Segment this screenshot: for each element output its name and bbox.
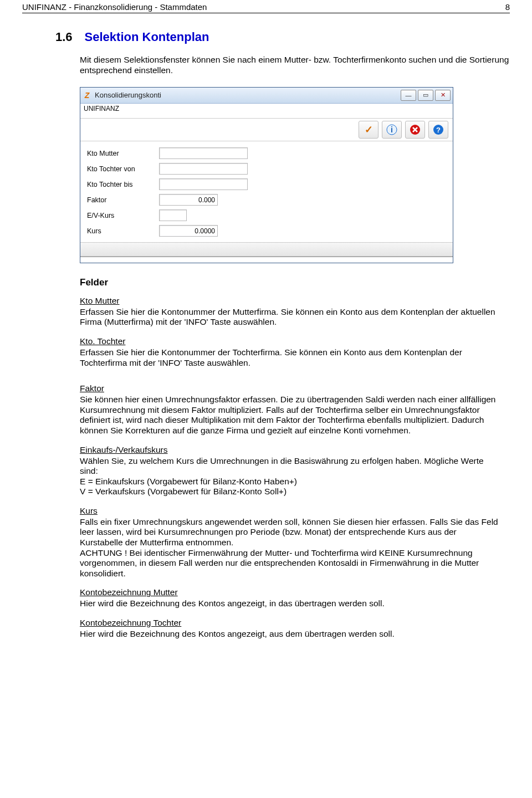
cancel-button[interactable]	[405, 121, 425, 139]
field-title: Kontobezeichnung Tochter	[80, 618, 501, 628]
field-text: Wählen Sie, zu welchem Kurs die Umrechnu…	[80, 456, 484, 497]
help-button[interactable]: ?	[428, 121, 448, 139]
field-text: Hier wird die Bezeichnung des Kontos ang…	[80, 629, 395, 638]
label-faktor: Faktor	[87, 196, 159, 204]
field-kbez-tochter: Kontobezeichnung Tochter Hier wird die B…	[80, 618, 501, 640]
window-title: Konsolidierungskonti	[95, 91, 161, 99]
field-text: Sie können hier einen Umrechnungsfaktor …	[80, 395, 496, 435]
label-kto-tochter-von: Kto Tochter von	[87, 165, 159, 173]
field-text: Hier wird die Bezeichnung des Kontos ang…	[80, 598, 385, 608]
svg-text:i: i	[391, 125, 393, 134]
titlebar: Z Konsolidierungskonti — ▭ ✕	[80, 88, 453, 104]
maximize-button[interactable]: ▭	[418, 90, 433, 101]
tab-strip	[80, 242, 453, 257]
intro-text: Mit diesem Selektionsfenster können Sie …	[80, 54, 510, 76]
field-text: Falls ein fixer Umrechnungskurs angewend…	[80, 517, 498, 578]
field-title: Kto. Tochter	[80, 336, 501, 346]
field-kurs: Kurs Falls ein fixer Umrechnungskurs ang…	[80, 506, 501, 579]
toolbar: ✓ i ?	[80, 119, 453, 141]
form-area: Kto Mutter Kto Tochter von Kto Tochter b…	[80, 141, 453, 242]
close-button[interactable]: ✕	[435, 90, 451, 101]
field-ekvk: Einkaufs-/Verkaufskurs Wählen Sie, zu we…	[80, 445, 501, 497]
section-heading: 1.6Selektion Kontenplan	[55, 30, 510, 44]
field-text: Erfassen Sie hier die Kontonummer der To…	[80, 347, 462, 367]
field-kto-tochter: Kto. Tochter Erfassen Sie hier die Konto…	[80, 336, 501, 368]
field-faktor: Faktor Sie können hier einen Umrechnungs…	[80, 383, 501, 436]
field-title: Kto Mutter	[80, 296, 501, 306]
page-number: 8	[505, 2, 510, 12]
field-title: Kurs	[80, 506, 501, 516]
input-evkurs[interactable]	[159, 209, 187, 221]
field-title: Kontobezeichnung Mutter	[80, 587, 501, 597]
input-kto-tochter-von[interactable]	[159, 163, 248, 175]
label-evkurs: E/V-Kurs	[87, 212, 159, 219]
status-strip	[80, 257, 453, 263]
input-kurs[interactable]	[159, 225, 218, 237]
label-kto-tochter-bis: Kto Tochter bis	[87, 181, 159, 188]
page-header: UNIFINANZ - Finanzkonsolidierung - Stamm…	[22, 0, 510, 13]
label-kurs: Kurs	[87, 227, 159, 235]
section-title: Selektion Kontenplan	[85, 30, 209, 44]
menubar[interactable]: UNIFINANZ	[80, 104, 453, 119]
dialog-window: Z Konsolidierungskonti — ▭ ✕ UNIFINANZ ✓…	[80, 87, 453, 263]
info-button[interactable]: i	[382, 121, 402, 139]
field-title: Einkaufs-/Verkaufskurs	[80, 445, 501, 455]
input-faktor[interactable]	[159, 194, 218, 206]
field-title: Faktor	[80, 383, 501, 393]
field-kto-mutter: Kto Mutter Erfassen Sie hier die Kontonu…	[80, 296, 501, 328]
svg-text:?: ?	[436, 126, 441, 134]
header-left: UNIFINANZ - Finanzkonsolidierung - Stamm…	[22, 2, 207, 12]
input-kto-tochter-bis[interactable]	[159, 178, 248, 190]
label-kto-mutter: Kto Mutter	[87, 150, 159, 157]
minimize-button[interactable]: —	[401, 90, 416, 101]
field-text: Erfassen Sie hier die Kontonummer der Mu…	[80, 307, 495, 327]
field-kbez-mutter: Kontobezeichnung Mutter Hier wird die Be…	[80, 587, 501, 609]
app-icon: Z	[83, 91, 91, 100]
input-kto-mutter[interactable]	[159, 147, 248, 159]
fields-heading: Felder	[80, 277, 510, 288]
section-number: 1.6	[55, 30, 73, 44]
ok-button[interactable]: ✓	[359, 121, 378, 139]
